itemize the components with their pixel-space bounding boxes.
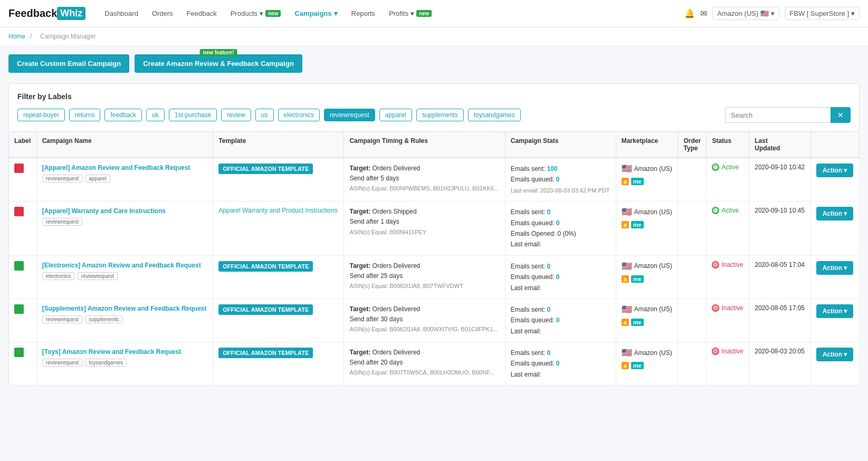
- row3-status: ⊗ Inactive: [707, 255, 749, 299]
- row3-stats: Emails sent: 0 Emails queued: 0 Last ema…: [505, 255, 616, 299]
- store-selector[interactable]: FBW [ SuperStore ] ▾: [785, 7, 860, 20]
- create-custom-campaign-button[interactable]: Create Custom Email Campaign: [8, 54, 129, 73]
- template-badge: OFFICIAL AMAZON TEMPLATE: [218, 261, 313, 272]
- nav-products[interactable]: Products ▾ new: [224, 6, 288, 21]
- nav-feedback[interactable]: Feedback: [180, 6, 223, 21]
- chevron-down-icon: ▾: [334, 9, 338, 17]
- campaign-tag[interactable]: reviewrequest: [42, 218, 82, 226]
- label-tag-returns[interactable]: returns: [69, 109, 100, 121]
- table-row: [Apparel] Amazon Review and Feedback Req…: [9, 158, 860, 201]
- target-label: Target: Orders Shipped: [349, 208, 416, 215]
- row5-timing: Target: Orders Delivered Send after 20 d…: [344, 342, 505, 386]
- action-button[interactable]: Action ▾: [816, 348, 854, 361]
- row2-template: Apparel Warranty and Product Instruction…: [213, 201, 344, 256]
- label-tag-electronics[interactable]: electronics: [278, 109, 320, 121]
- breadcrumb-home[interactable]: Home: [8, 33, 25, 40]
- label-tag-reviewrequest[interactable]: reviewrequest: [324, 109, 375, 121]
- mail-icon[interactable]: ✉: [700, 8, 707, 18]
- bell-icon[interactable]: 🔔: [684, 8, 695, 18]
- nav-profits[interactable]: Profits ▾ new: [383, 6, 438, 21]
- marketplace-name: Amazon (US): [634, 165, 672, 172]
- label-tag-uk[interactable]: uk: [146, 109, 165, 121]
- search-box: ✕: [725, 107, 851, 123]
- col-timing: Campaign Timing & Rules: [344, 132, 505, 158]
- nav-campaigns[interactable]: Campaigns ▾: [288, 6, 344, 21]
- campaign-tag[interactable]: apparel: [85, 175, 110, 183]
- new-feature-badge: new feature!: [200, 49, 237, 56]
- logo[interactable]: Feedback Whiz: [8, 7, 85, 20]
- campaign-tag[interactable]: electronics: [42, 272, 75, 280]
- action-button[interactable]: Action ▾: [816, 164, 854, 177]
- table-row: [Supplements] Amazon Review and Feedback…: [9, 299, 860, 342]
- filter-labels-row: repeat-buyer returns feedback uk 1st-pur…: [17, 107, 851, 123]
- row2-marketplace: 🇺🇸 Amazon (US) a me: [616, 201, 678, 256]
- row4-template: OFFICIAL AMAZON TEMPLATE: [213, 299, 344, 342]
- table-row: [Toys] Amazon Review and Feedback Reques…: [9, 342, 860, 386]
- action-button[interactable]: Action ▾: [816, 304, 854, 318]
- action-button[interactable]: Action ▾: [816, 207, 854, 220]
- row3-last-updated: 2020-08-05 17:04: [749, 255, 810, 299]
- row2-label: [9, 201, 37, 256]
- search-input[interactable]: [725, 107, 831, 123]
- label-tag-1st-purchase[interactable]: 1st-purchase: [169, 109, 217, 121]
- template-link[interactable]: Apparel Warranty and Product Instruction…: [218, 207, 338, 214]
- amazon-icon: a: [622, 275, 629, 283]
- products-new-badge: new: [265, 10, 281, 17]
- col-action: [810, 132, 859, 158]
- row3-template: OFFICIAL AMAZON TEMPLATE: [213, 255, 344, 299]
- marketplace-label: Amazon (US): [717, 9, 758, 17]
- campaign-tag[interactable]: supplements: [85, 315, 122, 323]
- row4-status: ⊗ Inactive: [707, 299, 749, 342]
- campaign-name-link[interactable]: [Toys] Amazon Review and Feedback Reques…: [42, 348, 181, 356]
- amazon-icon: a: [622, 362, 629, 369]
- chevron-down-icon: ▾: [771, 9, 775, 17]
- label-tag-apparel[interactable]: apparel: [379, 109, 412, 121]
- nav-items: Dashboard Orders Feedback Products ▾ new…: [98, 6, 681, 21]
- row5-action: Action ▾: [810, 342, 859, 386]
- campaign-tag[interactable]: reviewrequest: [42, 359, 82, 367]
- label-tag-repeat-buyer[interactable]: repeat-buyer: [17, 109, 65, 121]
- marketplace-name: Amazon (US): [634, 262, 672, 270]
- status-label: Active: [721, 164, 739, 171]
- row2-action: Action ▾: [810, 201, 859, 256]
- campaign-tag[interactable]: reviewrequest: [78, 272, 118, 280]
- template-badge: OFFICIAL AMAZON TEMPLATE: [218, 348, 313, 358]
- nav-orders[interactable]: Orders: [146, 6, 179, 21]
- campaign-name-link[interactable]: [Apparel] Amazon Review and Feedback Req…: [42, 164, 190, 171]
- campaign-tag[interactable]: reviewrequest: [42, 315, 82, 323]
- campaign-tag[interactable]: reviewrequest: [42, 175, 82, 183]
- row1-status: ⊙ Active: [707, 158, 749, 201]
- row1-timing: Target: Orders Delivered Send after 5 da…: [344, 158, 505, 201]
- row5-stats: Emails sent: 0 Emails queued: 0 Last ema…: [505, 342, 616, 386]
- flag-icon: 🇺🇸: [622, 261, 632, 271]
- template-badge: OFFICIAL AMAZON TEMPLATE: [218, 304, 313, 315]
- campaign-tag[interactable]: toysandgames: [85, 359, 127, 367]
- label-color-swatch: [14, 164, 24, 173]
- flag-icon: 🇺🇸: [622, 164, 632, 174]
- logo-feedback-text: Feedback: [8, 7, 57, 20]
- row2-campaign-name: [Apparel] Warranty and Care Instructions…: [36, 201, 213, 256]
- row4-campaign-name: [Supplements] Amazon Review and Feedback…: [36, 299, 213, 342]
- row2-stats: Emails sent: 0 Emails queued: 0 Emails O…: [505, 201, 616, 256]
- nav-reports[interactable]: Reports: [345, 6, 382, 21]
- create-amazon-campaign-wrapper: new feature! Create Amazon Review & Feed…: [135, 54, 302, 73]
- campaign-name-link[interactable]: [Electronics] Amazon Review and Feedback…: [42, 262, 201, 269]
- marketplace-selector[interactable]: Amazon (US) 🇺🇸 ▾: [712, 7, 779, 20]
- filter-section: Filter by Labels repeat-buyer returns fe…: [8, 83, 860, 132]
- amazon-icon: a: [622, 319, 629, 326]
- col-status: Status: [707, 132, 749, 158]
- store-label: FBW [ SuperStore ]: [789, 9, 849, 17]
- label-tag-us[interactable]: us: [255, 109, 274, 121]
- nav-dashboard[interactable]: Dashboard: [98, 6, 145, 21]
- create-amazon-campaign-button[interactable]: Create Amazon Review & Feedback Campaign: [135, 54, 302, 73]
- search-clear-button[interactable]: ✕: [831, 107, 851, 123]
- row2-last-updated: 2020-09-10 10:45: [749, 201, 810, 256]
- action-button[interactable]: Action ▾: [816, 261, 854, 275]
- campaign-name-link[interactable]: [Apparel] Warranty and Care Instructions: [42, 207, 166, 215]
- label-tag-review[interactable]: review: [221, 109, 251, 121]
- campaign-name-link[interactable]: [Supplements] Amazon Review and Feedback…: [42, 305, 207, 312]
- status-label: Active: [721, 207, 739, 214]
- label-tag-supplements[interactable]: supplements: [416, 109, 464, 121]
- label-tag-feedback[interactable]: feedback: [104, 109, 142, 121]
- label-tag-toysandgames[interactable]: toysandgames: [468, 109, 521, 121]
